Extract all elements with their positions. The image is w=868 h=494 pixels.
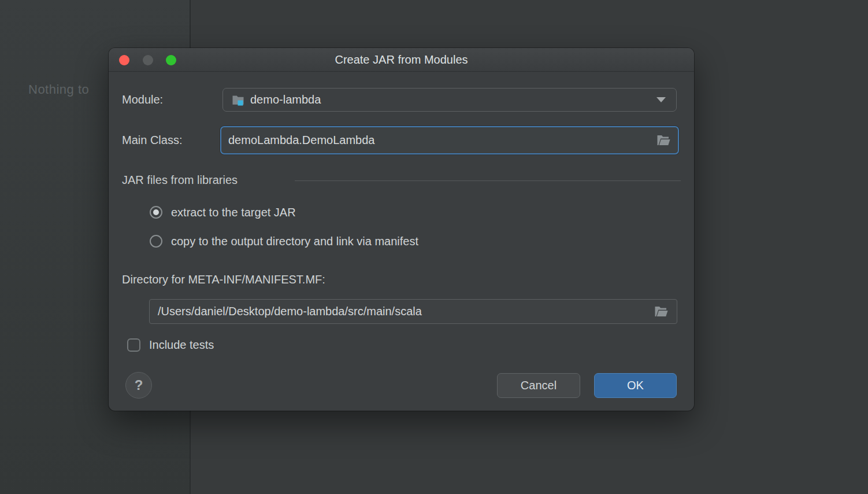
manifest-dir-value: /Users/daniel/Desktop/demo-lambda/src/ma… <box>158 305 654 318</box>
question-mark-icon: ? <box>135 377 143 393</box>
module-folder-icon <box>231 93 245 107</box>
radio-button-icon[interactable] <box>150 235 162 248</box>
create-jar-from-modules-dialog: Create JAR from Modules Module: demo-lam… <box>109 48 694 411</box>
manifest-dir-label: Directory for META-INF/MANIFEST.MF: <box>122 273 325 286</box>
open-folder-icon[interactable] <box>656 134 671 147</box>
zoom-window-button[interactable] <box>166 55 176 65</box>
checkbox-icon[interactable] <box>127 338 140 352</box>
main-class-label: Main Class: <box>122 134 182 147</box>
radio-extract-to-target-jar[interactable]: extract to the target JAR <box>150 205 296 219</box>
include-tests-checkbox-row[interactable]: Include tests <box>127 338 214 352</box>
ok-button[interactable]: OK <box>594 373 677 398</box>
radio-label: copy to the output directory and link vi… <box>171 235 418 248</box>
module-combobox[interactable]: demo-lambda <box>222 88 677 112</box>
main-class-field[interactable]: demoLambda.DemoLambda <box>220 126 679 154</box>
minimize-window-button[interactable] <box>143 55 153 65</box>
close-window-button[interactable] <box>119 55 129 65</box>
nothing-to-show-text: Nothing to <box>28 82 89 97</box>
manifest-dir-field[interactable]: /Users/daniel/Desktop/demo-lambda/src/ma… <box>149 299 677 324</box>
main-class-value: demoLambda.DemoLambda <box>228 134 656 147</box>
open-folder-icon[interactable] <box>654 305 669 318</box>
radio-label: extract to the target JAR <box>171 206 296 219</box>
dialog-titlebar[interactable]: Create JAR from Modules <box>109 48 694 72</box>
section-separator <box>295 180 681 181</box>
module-label: Module: <box>122 93 163 106</box>
jar-files-section-title: JAR files from libraries <box>122 174 238 187</box>
chevron-down-icon[interactable] <box>656 97 666 102</box>
dialog-title: Create JAR from Modules <box>109 48 694 72</box>
cancel-button[interactable]: Cancel <box>497 373 580 398</box>
radio-copy-to-output-directory[interactable]: copy to the output directory and link vi… <box>150 234 418 248</box>
radio-button-icon[interactable] <box>150 206 162 219</box>
module-value: demo-lambda <box>250 93 656 106</box>
include-tests-label: Include tests <box>149 338 214 352</box>
help-button[interactable]: ? <box>125 372 152 399</box>
